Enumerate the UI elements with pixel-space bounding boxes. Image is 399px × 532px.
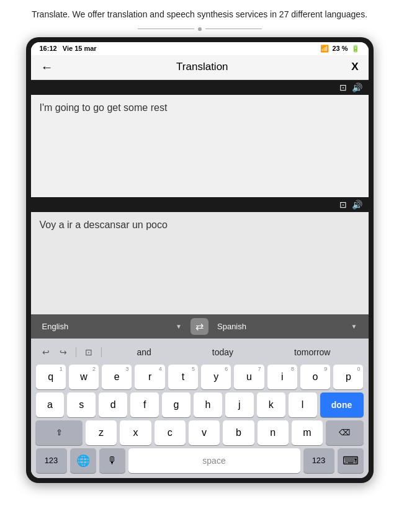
output-copy-icon[interactable]: ⊡ <box>339 200 347 210</box>
key-h[interactable]: h <box>194 392 222 417</box>
keyboard-rows: 1q 2w 3e 4r 5t 6y 7u 8i 9o 0p a s d f <box>34 365 366 445</box>
spacebar[interactable]: space <box>128 448 300 473</box>
num123-right-key[interactable]: 123 <box>303 448 334 473</box>
key-u[interactable]: 7u <box>234 365 264 389</box>
close-button[interactable]: X <box>351 61 358 73</box>
key-c[interactable]: c <box>155 420 186 445</box>
redo-button[interactable]: ↪ <box>56 345 71 360</box>
emoji-key[interactable]: 🌐 <box>70 448 96 473</box>
key-w[interactable]: 2w <box>69 365 99 389</box>
predictive-words: and today tomorrow <box>107 346 361 358</box>
mic-key[interactable]: 🎙 <box>99 448 125 473</box>
status-time-date: 16:12 Vie 15 mar <box>40 45 97 52</box>
pred-word-1[interactable]: today <box>207 346 238 358</box>
pred-copy-button[interactable]: ⊡ <box>81 345 96 360</box>
lang-selector-bar: English ▼ ⇄ Spanish ▼ <box>31 314 369 339</box>
key-y[interactable]: 6y <box>201 365 231 389</box>
pred-divider2 <box>101 347 102 357</box>
key-i[interactable]: 8i <box>267 365 297 389</box>
input-speaker-icon[interactable]: 🔊 <box>352 82 362 92</box>
keyboard-area: ↩ ↪ ⊡ and today tomorrow 1q 2w 3e 4r <box>31 339 369 478</box>
nav-title: Translation <box>176 61 228 73</box>
delete-key[interactable]: ⌫ <box>326 420 363 445</box>
key-n[interactable]: n <box>258 420 289 445</box>
page-description: Translate. We offer translation and spee… <box>13 0 386 27</box>
input-text-area[interactable]: I'm going to go get some rest <box>31 95 369 197</box>
divider <box>138 27 262 31</box>
battery-level: 23 % <box>332 45 347 52</box>
output-toolbar: ⊡ 🔊 <box>31 197 369 212</box>
undo-button[interactable]: ↩ <box>38 345 53 360</box>
wifi-icon: 📶 <box>320 45 329 53</box>
back-button[interactable]: ← <box>41 60 53 74</box>
key-d[interactable]: d <box>99 392 127 417</box>
key-row-3: ⇧ z x c v b n m ⌫ <box>36 420 364 445</box>
source-lang-label: English <box>42 322 69 331</box>
output-speaker-icon[interactable]: 🔊 <box>352 200 362 210</box>
num123-left-key[interactable]: 123 <box>36 448 67 473</box>
predictive-bar: ↩ ↪ ⊡ and today tomorrow <box>34 342 366 362</box>
key-z[interactable]: z <box>86 420 117 445</box>
output-text: Voy a ir a descansar un poco <box>40 219 168 230</box>
pred-divider <box>76 347 76 357</box>
divider-dot <box>198 27 202 31</box>
key-f[interactable]: f <box>130 392 159 417</box>
key-v[interactable]: v <box>189 420 220 445</box>
status-bar: 16:12 Vie 15 mar 📶 23 % 🔋 <box>31 42 369 55</box>
key-q[interactable]: 1q <box>36 365 66 389</box>
key-x[interactable]: x <box>120 420 151 445</box>
bottom-row: 123 🌐 🎙 space 123 ⌨ <box>34 445 366 476</box>
target-lang-label: Spanish <box>217 322 246 331</box>
key-j[interactable]: j <box>225 392 254 417</box>
key-a[interactable]: a <box>36 392 65 417</box>
output-text-area: Voy a ir a descansar un poco <box>31 212 369 314</box>
key-r[interactable]: 4r <box>135 365 164 389</box>
battery-icon: 🔋 <box>351 45 360 53</box>
key-e[interactable]: 3e <box>102 365 132 389</box>
pred-word-0[interactable]: and <box>132 346 156 358</box>
swap-button[interactable]: ⇄ <box>191 318 208 335</box>
key-o[interactable]: 9o <box>300 365 330 389</box>
key-m[interactable]: m <box>292 420 323 445</box>
target-lang-chevron: ▼ <box>351 323 357 330</box>
key-b[interactable]: b <box>223 420 254 445</box>
key-t[interactable]: 5t <box>168 365 198 389</box>
input-copy-icon[interactable]: ⊡ <box>339 82 347 92</box>
target-lang-dropdown[interactable]: Spanish ▼ <box>212 319 362 334</box>
key-row-1: 1q 2w 3e 4r 5t 6y 7u 8i 9o 0p <box>36 365 364 389</box>
pred-word-2[interactable]: tomorrow <box>289 346 335 358</box>
key-s[interactable]: s <box>67 392 96 417</box>
key-g[interactable]: g <box>162 392 191 417</box>
key-k[interactable]: k <box>257 392 285 417</box>
done-button[interactable]: done <box>320 392 364 417</box>
keyboard-dismiss-key[interactable]: ⌨ <box>338 448 364 473</box>
nav-bar: ← Translation X <box>31 55 369 80</box>
key-p[interactable]: 0p <box>333 365 363 389</box>
input-toolbar: ⊡ 🔊 <box>31 80 369 95</box>
tablet-frame: 16:12 Vie 15 mar 📶 23 % 🔋 ← Translation … <box>26 37 374 483</box>
source-lang-dropdown[interactable]: English ▼ <box>37 319 187 334</box>
output-panel: ⊡ 🔊 Voy a ir a descansar un poco <box>31 197 369 314</box>
tablet-screen: 16:12 Vie 15 mar 📶 23 % 🔋 ← Translation … <box>31 42 369 478</box>
input-text: I'm going to go get some rest <box>40 102 168 113</box>
shift-key[interactable]: ⇧ <box>35 420 82 445</box>
key-l[interactable]: l <box>289 392 317 417</box>
source-lang-chevron: ▼ <box>176 323 182 330</box>
input-panel: ⊡ 🔊 I'm going to go get some rest <box>31 80 369 197</box>
key-row-2: a s d f g h j k l done <box>36 392 364 417</box>
status-right: 📶 23 % 🔋 <box>320 45 359 53</box>
swap-icon: ⇄ <box>195 321 204 332</box>
